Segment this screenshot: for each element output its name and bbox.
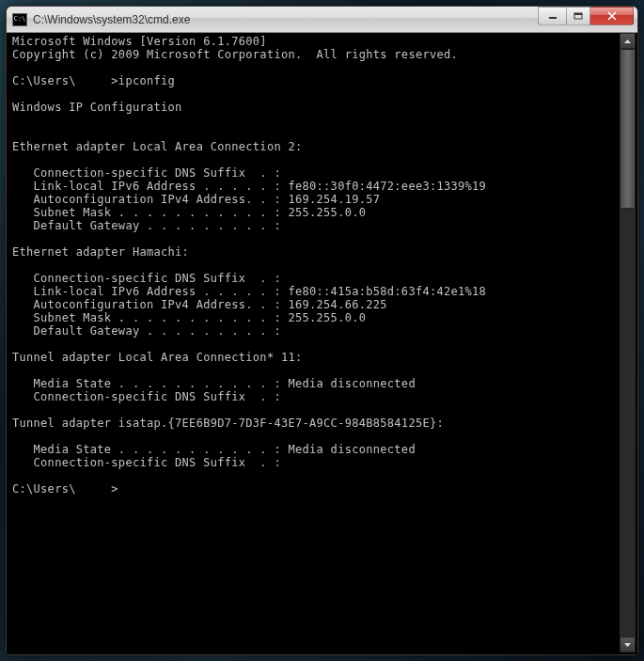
console-area: Microsoft Windows [Version 6.1.7600] Cop… [7,33,637,654]
minimize-button[interactable] [538,7,566,25]
maximize-button[interactable] [566,7,590,25]
scrollbar-track[interactable] [620,49,636,637]
window-controls [538,7,634,25]
console-output[interactable]: Microsoft Windows [Version 6.1.7600] Cop… [8,33,620,653]
chevron-up-icon [624,39,631,43]
svg-rect-2 [574,13,582,15]
chevron-down-icon [624,643,631,647]
titlebar[interactable]: C:\ C:\Windows\system32\cmd.exe [7,7,637,33]
scroll-down-button[interactable] [620,637,636,653]
vertical-scrollbar[interactable] [620,33,636,653]
scrollbar-thumb[interactable] [620,49,636,209]
scroll-up-button[interactable] [620,33,636,49]
maximize-icon [573,12,583,20]
minimize-icon [548,12,558,20]
svg-rect-0 [549,17,557,19]
close-icon [606,11,618,21]
cmd-window: C:\ C:\Windows\system32\cmd.exe Microsof… [6,6,638,655]
close-button[interactable] [590,7,634,25]
window-title: C:\Windows\system32\cmd.exe [33,13,190,26]
cmd-icon: C:\ [12,13,27,26]
title-left: C:\ C:\Windows\system32\cmd.exe [7,13,538,26]
